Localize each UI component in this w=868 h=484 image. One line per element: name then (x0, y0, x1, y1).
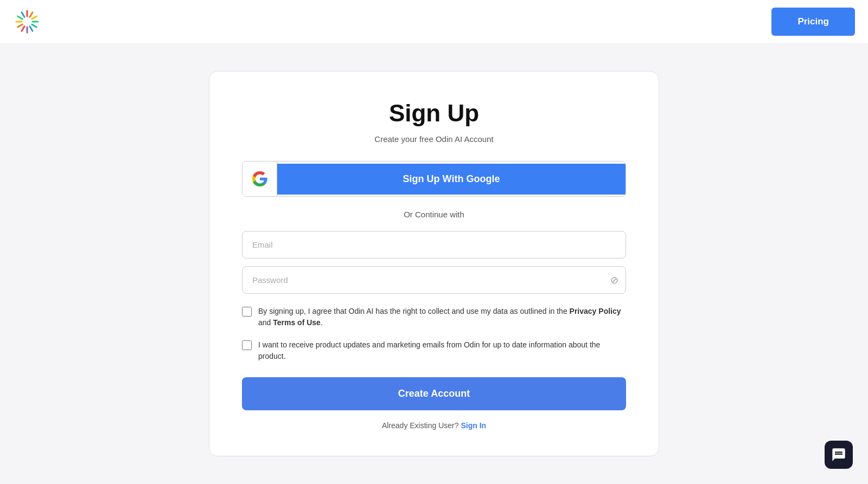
pricing-button[interactable]: Pricing (771, 8, 855, 36)
signup-card: Sign Up Create your free Odin AI Account… (209, 71, 659, 456)
marketing-checkbox-label: I want to receive product updates and ma… (258, 339, 626, 362)
svg-line-8 (18, 24, 23, 27)
terms-of-use-link[interactable]: Terms of Use (273, 318, 321, 327)
email-field[interactable] (242, 231, 626, 259)
create-account-button[interactable]: Create Account (242, 377, 626, 410)
google-g-icon (252, 171, 267, 186)
signin-link[interactable]: Sign In (461, 421, 486, 430)
divider-text: Or Continue with (242, 210, 626, 219)
password-toggle-icon[interactable]: ⊘ (610, 274, 618, 286)
page-subtitle: Create your free Odin AI Account (242, 134, 626, 144)
privacy-policy-link[interactable]: Privacy Policy (570, 307, 621, 315)
marketing-checkbox-row: I want to receive product updates and ma… (242, 339, 626, 362)
svg-line-10 (18, 16, 23, 19)
email-group (242, 231, 626, 259)
password-field[interactable] (242, 266, 626, 294)
terms-checkbox-row: By signing up, I agree that Odin AI has … (242, 306, 626, 328)
checkbox-group: By signing up, I agree that Odin AI has … (242, 306, 626, 362)
google-icon-container (242, 162, 277, 196)
google-signup-button[interactable]: Sign Up With Google (242, 161, 626, 197)
svg-line-2 (32, 16, 37, 19)
logo-container (13, 8, 41, 36)
main-content: Sign Up Create your free Odin AI Account… (0, 44, 868, 478)
svg-line-1 (30, 12, 33, 17)
logo-icon (13, 8, 41, 36)
svg-line-7 (22, 27, 24, 31)
google-button-label: Sign Up With Google (277, 164, 626, 195)
signin-prompt: Already Existing User? Sign In (242, 421, 626, 430)
chat-icon (831, 447, 846, 462)
terms-checkbox[interactable] (242, 307, 252, 317)
marketing-checkbox[interactable] (242, 340, 252, 350)
header: Pricing (0, 0, 868, 44)
svg-line-11 (22, 12, 24, 17)
password-group: ⊘ (242, 266, 626, 294)
page-title: Sign Up (242, 100, 626, 127)
chat-widget[interactable] (825, 441, 853, 469)
terms-checkbox-label: By signing up, I agree that Odin AI has … (258, 306, 626, 328)
svg-line-4 (32, 24, 37, 27)
svg-line-5 (30, 27, 33, 31)
